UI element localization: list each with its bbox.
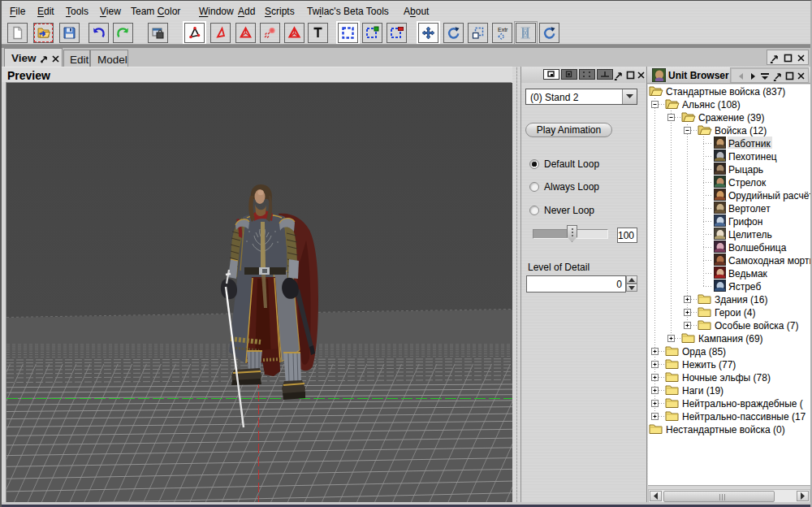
svg-text:Extr: Extr [498,27,508,32]
